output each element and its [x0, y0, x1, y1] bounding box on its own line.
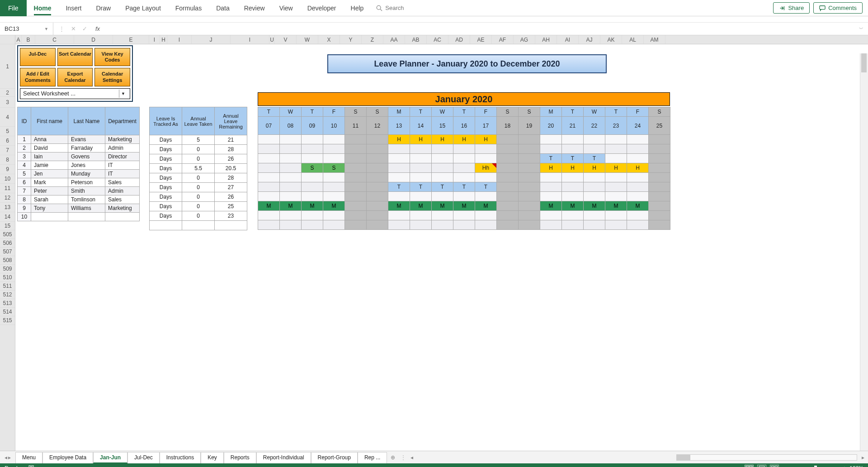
calendar-cell[interactable]: [584, 182, 605, 192]
tab-nav-next-icon[interactable]: ▸: [8, 454, 11, 461]
vertical-scrollbar[interactable]: [860, 53, 868, 451]
calendar-cell[interactable]: M: [540, 201, 562, 211]
calendar-cell[interactable]: [323, 220, 345, 230]
calendar-cell[interactable]: [323, 173, 345, 182]
calendar-cell[interactable]: [519, 201, 540, 211]
calendar-cell[interactable]: [540, 211, 562, 220]
calendar-cell[interactable]: [649, 211, 670, 220]
calendar-cell[interactable]: [605, 173, 627, 182]
calendar-cell[interactable]: [497, 154, 519, 163]
calendar-cell[interactable]: M: [302, 201, 323, 211]
calendar-cell[interactable]: [323, 144, 345, 154]
calendar-cell[interactable]: H: [584, 163, 605, 173]
calendar-cell[interactable]: [345, 135, 367, 144]
table-row[interactable]: Days521: [150, 135, 247, 145]
calendar-cell[interactable]: [432, 163, 453, 173]
calendar-cell[interactable]: [519, 182, 540, 192]
calendar-cell[interactable]: [323, 211, 345, 220]
row-header[interactable]: 507: [0, 248, 15, 256]
tab-nav-first-icon[interactable]: ◂: [5, 454, 7, 461]
calendar-cell[interactable]: [497, 211, 519, 220]
calendar-cell[interactable]: T: [388, 182, 410, 192]
search-box[interactable]: Search: [376, 5, 404, 11]
calendar-cell[interactable]: [627, 154, 649, 163]
calendar-cell[interactable]: [280, 173, 302, 182]
calendar-cell[interactable]: [475, 154, 497, 163]
calendar-cell[interactable]: [649, 192, 670, 201]
calendar-cell[interactable]: [497, 220, 519, 230]
calendar-cell[interactable]: [367, 163, 388, 173]
calendar-cell[interactable]: [605, 192, 627, 201]
ribbon-tab-developer[interactable]: Developer: [300, 0, 344, 16]
calendar-cell[interactable]: [367, 154, 388, 163]
calendar-cell[interactable]: [280, 211, 302, 220]
calendar-cell[interactable]: [519, 144, 540, 154]
col-header[interactable]: U: [269, 35, 275, 44]
calendar-cell[interactable]: [280, 192, 302, 201]
calendar-cell[interactable]: [345, 163, 367, 173]
calendar-cell[interactable]: [258, 173, 280, 182]
calendar-cell[interactable]: [562, 192, 584, 201]
row-header[interactable]: 7: [0, 146, 15, 155]
select-all-corner[interactable]: [0, 35, 15, 44]
col-header[interactable]: X: [318, 35, 340, 44]
row-header[interactable]: 510: [0, 273, 15, 282]
calendar-cell[interactable]: T: [584, 154, 605, 163]
col-header[interactable]: I: [231, 35, 269, 44]
row-header[interactable]: 505: [0, 230, 15, 239]
calendar-cell[interactable]: [345, 220, 367, 230]
calendar-cell[interactable]: [519, 220, 540, 230]
calendar-cell[interactable]: [258, 163, 280, 173]
calendar-cell[interactable]: T: [432, 182, 453, 192]
calendar-cell[interactable]: [432, 154, 453, 163]
row-header[interactable]: 511: [0, 282, 15, 291]
col-header[interactable]: H: [160, 35, 167, 44]
calendar-cell[interactable]: [475, 144, 497, 154]
calendar-cell[interactable]: [345, 182, 367, 192]
table-row[interactable]: 10: [18, 213, 140, 221]
row-header[interactable]: 6: [0, 136, 15, 146]
calendar-cell[interactable]: M: [388, 201, 410, 211]
col-header[interactable]: AL: [622, 35, 644, 44]
table-row[interactable]: 7PeterSmithAdmin: [18, 187, 140, 195]
col-header[interactable]: D: [74, 35, 113, 44]
calendar-cell[interactable]: [605, 220, 627, 230]
col-header[interactable]: AK: [600, 35, 622, 44]
ribbon-tab-formulas[interactable]: Formulas: [168, 0, 209, 16]
row-header[interactable]: 515: [0, 316, 15, 325]
row-header[interactable]: 14: [0, 212, 15, 222]
col-header[interactable]: E: [113, 35, 149, 44]
calendar-cell[interactable]: [302, 182, 323, 192]
calendar-cell[interactable]: [540, 135, 562, 144]
calendar-cell[interactable]: [584, 192, 605, 201]
fx-label[interactable]: fx: [94, 25, 100, 32]
sheet-tab-report-group[interactable]: Report-Group: [311, 452, 358, 463]
table-row[interactable]: Days026: [150, 192, 247, 202]
ribbon-tab-view[interactable]: View: [272, 0, 300, 16]
calendar-cell[interactable]: [627, 173, 649, 182]
calendar-cell[interactable]: [302, 173, 323, 182]
worksheet-select[interactable]: Select Worksheet ... ▼: [20, 88, 130, 99]
tab-scroll-left-icon[interactable]: ◂: [408, 454, 416, 461]
calendar-cell[interactable]: [519, 163, 540, 173]
sheet-tab-jul-dec[interactable]: Jul-Dec: [127, 452, 160, 463]
row-header[interactable]: 5: [0, 127, 15, 136]
formula-expand-icon[interactable]: ﹀: [854, 26, 868, 32]
calendar-cell[interactable]: [475, 211, 497, 220]
calendar-cell[interactable]: [345, 211, 367, 220]
col-header[interactable]: Y: [340, 35, 362, 44]
sheet-tab-report-individual[interactable]: Report-Individual: [256, 452, 311, 463]
calendar-cell[interactable]: [280, 154, 302, 163]
calendar-cell[interactable]: [519, 135, 540, 144]
table-row[interactable]: Days028: [150, 173, 247, 183]
calendar-cell[interactable]: M: [475, 201, 497, 211]
calendar-cell[interactable]: Hh: [475, 163, 497, 173]
calendar-cell[interactable]: [345, 154, 367, 163]
calendar-cell[interactable]: [302, 144, 323, 154]
col-header[interactable]: A: [15, 35, 22, 44]
calendar-cell[interactable]: [258, 144, 280, 154]
calendar-cell[interactable]: M: [432, 201, 453, 211]
ribbon-tab-help[interactable]: Help: [344, 0, 371, 16]
row-header[interactable]: 513: [0, 299, 15, 308]
col-header[interactable]: C: [35, 35, 74, 44]
